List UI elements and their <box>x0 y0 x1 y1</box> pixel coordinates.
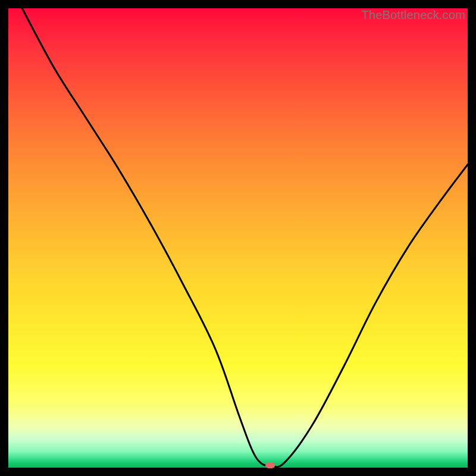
bottleneck-curve <box>8 8 468 468</box>
chart-frame: TheBottleneck.com <box>8 8 468 468</box>
plot-area <box>8 8 468 468</box>
min-marker-icon <box>265 462 275 468</box>
watermark-label: TheBottleneck.com <box>361 8 465 22</box>
